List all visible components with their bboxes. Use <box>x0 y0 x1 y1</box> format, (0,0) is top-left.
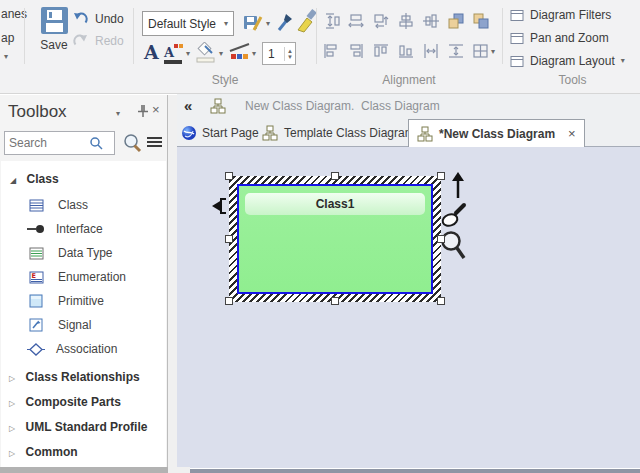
ribbon: anes ap ▾ Save Undo Redo Default Style ▾ <box>0 0 640 94</box>
format-painter-button[interactable] <box>296 9 318 38</box>
resize-handle-ne[interactable] <box>437 172 445 180</box>
eyedropper-button[interactable] <box>276 10 296 38</box>
panel-splitter[interactable] <box>168 95 177 473</box>
diagram-filters-button[interactable]: Diagram Filters <box>510 8 611 22</box>
toolbox-item-label: Data Type <box>58 246 112 260</box>
spin-down-icon[interactable]: ▼ <box>287 54 293 60</box>
align-right-icon <box>347 42 365 60</box>
toolbox-item-enumeration[interactable]: E Enumeration <box>29 265 126 289</box>
toolbox-item-label: Primitive <box>58 294 104 308</box>
fill-color-dropdown-icon[interactable]: ▾ <box>219 50 223 58</box>
space-vertically-button[interactable] <box>447 42 465 64</box>
diagram-layout-button[interactable]: Diagram Layout ▾ <box>510 54 625 68</box>
diagram-icon <box>210 98 227 114</box>
tab-template-class-diagram[interactable]: Template Class Diagram <box>262 120 415 146</box>
grid-layout-button[interactable] <box>472 42 490 64</box>
space-horizontally-button[interactable] <box>422 42 440 64</box>
section-label: Common <box>26 445 78 459</box>
quicklink-button[interactable] <box>448 172 468 204</box>
toolbox-section-class[interactable]: ◢ Class <box>1 169 161 187</box>
toolbox-search[interactable] <box>4 131 115 155</box>
line-color-dropdown-icon[interactable]: ▾ <box>252 50 256 58</box>
center-vertical-icon <box>422 12 440 30</box>
font-button[interactable]: A <box>144 42 159 62</box>
interface-icon <box>27 223 45 235</box>
selection-frame[interactable]: Class1 <box>229 176 441 302</box>
diagram-layout-dropdown-icon: ▾ <box>621 57 625 65</box>
class-element[interactable]: Class1 <box>237 184 433 294</box>
align-top-button[interactable] <box>372 42 390 64</box>
tab-new-class-diagram-active[interactable]: *New Class Diagram × <box>408 119 585 147</box>
collapse-left-icon <box>211 196 229 216</box>
resize-height-button[interactable] <box>322 12 340 34</box>
resize-handle-s[interactable] <box>331 297 339 305</box>
line-color-button[interactable] <box>229 42 253 68</box>
start-page-icon <box>181 125 197 141</box>
center-vertical-button[interactable] <box>422 12 440 34</box>
toolbox-item-class[interactable]: Class <box>29 193 88 217</box>
resize-both-button[interactable] <box>372 12 390 34</box>
toolbox-close-icon[interactable]: × <box>152 102 160 117</box>
bring-to-front-icon <box>447 12 465 30</box>
style-combobox[interactable]: Default Style ▾ <box>142 11 234 36</box>
data-type-icon <box>29 247 45 260</box>
save-button[interactable]: Save <box>37 7 71 52</box>
search-options-button[interactable] <box>122 133 142 157</box>
menu-icon[interactable] <box>147 135 162 149</box>
save-label: Save <box>37 38 71 52</box>
resize-handle-nw[interactable] <box>225 172 233 180</box>
toolbox-item-association[interactable]: Association <box>27 337 117 361</box>
resize-width-button[interactable] <box>347 12 365 34</box>
tab-start-page[interactable]: Start Page <box>181 120 259 146</box>
collapse-tabs-icon[interactable]: « <box>184 97 192 114</box>
save-style-dropdown-icon[interactable]: ▾ <box>266 20 270 28</box>
align-bottom-button[interactable] <box>397 42 415 64</box>
resize-handle-sw[interactable] <box>225 297 233 305</box>
toolbox-section-composite-parts[interactable]: ▷ Composite Parts <box>1 392 161 410</box>
font-color-dropdown-icon[interactable]: ▾ <box>186 50 190 58</box>
diagram-filters-label: Diagram Filters <box>530 8 611 22</box>
toolbox-bottom-scrollbar[interactable] <box>0 467 168 473</box>
paintbrush-icon <box>296 9 318 34</box>
search-input[interactable] <box>9 136 89 150</box>
ribbon-separator <box>502 8 503 64</box>
font-color-button[interactable]: A <box>164 43 184 65</box>
tab-label: Start Page <box>202 126 259 140</box>
toolbox-section-common[interactable]: ▷ Common <box>1 442 161 460</box>
align-right-button[interactable] <box>347 42 365 64</box>
align-left-button[interactable] <box>322 42 340 64</box>
resize-handle-se[interactable] <box>437 297 445 305</box>
resize-handle-w[interactable] <box>225 235 233 243</box>
redo-button[interactable]: Redo <box>72 33 124 49</box>
resize-height-icon <box>322 12 340 30</box>
breadcrumb-text: New Class Diagram. Class Diagram <box>245 99 440 113</box>
ribbon-partial-label-2[interactable]: ap <box>1 31 14 45</box>
pan-and-zoom-button[interactable]: Pan and Zoom <box>510 31 609 45</box>
save-style-icon <box>243 13 263 33</box>
resize-handle-n[interactable] <box>331 172 339 180</box>
bring-to-front-button[interactable] <box>447 12 465 34</box>
send-to-back-button[interactable] <box>472 12 490 34</box>
toolbox-menu-dropdown-icon[interactable]: ▾ <box>116 110 120 118</box>
resize-handle-e[interactable] <box>437 235 445 243</box>
toolbox-item-label: Signal <box>58 318 91 332</box>
grid-dropdown-icon[interactable]: ▾ <box>491 48 495 56</box>
save-style-button[interactable] <box>243 13 263 37</box>
ribbon-partial-dropdown-icon[interactable]: ▾ <box>4 53 8 61</box>
tab-close-icon[interactable]: × <box>568 126 576 141</box>
signal-icon <box>29 318 45 332</box>
pin-icon[interactable] <box>135 104 149 122</box>
line-width-spinner[interactable]: 1 ▲ ▼ <box>262 42 296 65</box>
center-horizontal-button[interactable] <box>397 12 415 34</box>
undo-button[interactable]: Undo <box>72 11 124 27</box>
section-label: Class Relationships <box>26 370 140 384</box>
toolbox-item-interface[interactable]: Interface <box>27 217 103 241</box>
toolbox-section-uml-standard-profile[interactable]: ▷ UML Standard Profile <box>1 417 161 435</box>
toolbox-item-signal[interactable]: Signal <box>29 313 91 337</box>
class-icon <box>29 199 45 212</box>
fill-color-button[interactable] <box>196 42 216 68</box>
collapse-element-button[interactable] <box>211 196 229 220</box>
toolbox-item-datatype[interactable]: Data Type <box>29 241 112 265</box>
toolbox-item-primitive[interactable]: Primitive <box>29 289 104 313</box>
toolbox-section-class-relationships[interactable]: ▷ Class Relationships <box>1 367 161 385</box>
